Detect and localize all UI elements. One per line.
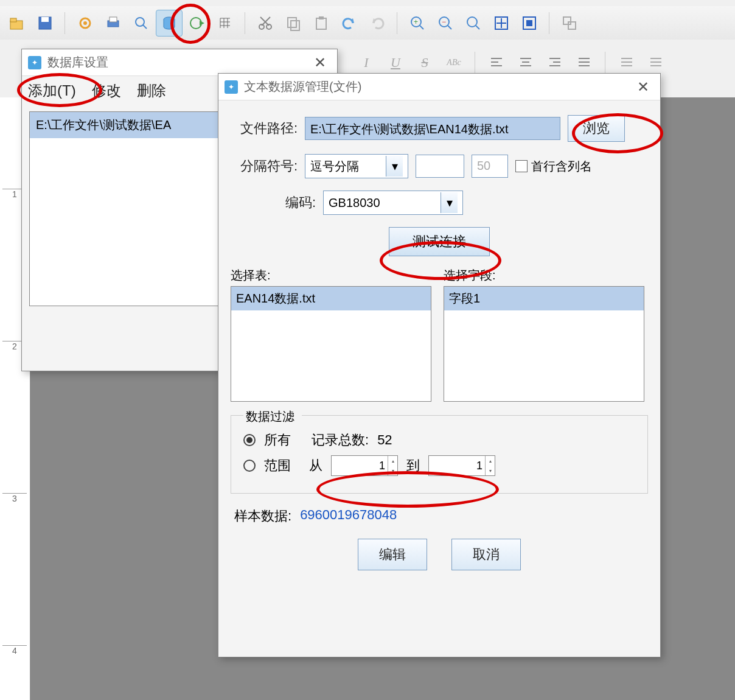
print-icon[interactable] — [100, 10, 127, 37]
main-toolbar: + − — [0, 6, 735, 40]
group-icon[interactable] — [556, 10, 583, 37]
range-to-input[interactable]: 1 ▴▾ — [428, 455, 495, 476]
svg-rect-7 — [110, 17, 117, 22]
delete-menu-item[interactable]: 删除 — [137, 81, 166, 100]
sample-label: 样本数据: — [234, 507, 291, 525]
sep-extra-input[interactable] — [416, 155, 464, 178]
svg-point-5 — [83, 21, 87, 25]
indent-in-icon[interactable] — [643, 49, 669, 76]
close-icon[interactable]: ✕ — [632, 76, 654, 98]
add-menu-item[interactable]: 添加(T) — [28, 81, 76, 100]
gear-icon[interactable] — [72, 10, 99, 37]
svg-point-29 — [467, 17, 477, 27]
superscript-icon[interactable]: ABc — [441, 49, 467, 76]
align-justify-icon[interactable] — [571, 49, 597, 76]
indent-out-icon[interactable] — [613, 49, 640, 76]
format-toolbar: I U S ABc — [353, 49, 735, 76]
test-connection-button[interactable]: 测试连接 — [389, 227, 490, 256]
fit-width-icon[interactable] — [488, 10, 515, 37]
zoom-fit-icon[interactable] — [460, 10, 487, 37]
sample-value: 6960019678048 — [300, 507, 397, 525]
strike-icon[interactable]: S — [411, 49, 438, 76]
ds-dialog-title: 文本数据源管理(文件) — [244, 79, 361, 95]
open-icon[interactable] — [4, 10, 30, 37]
close-icon[interactable]: ✕ — [309, 52, 331, 74]
align-center-icon[interactable] — [512, 49, 539, 76]
cancel-button[interactable]: 取消 — [451, 539, 521, 570]
range-radio[interactable] — [243, 460, 256, 472]
svg-line-24 — [420, 26, 423, 29]
svg-line-9 — [143, 25, 147, 29]
db-dialog-title: 数据库设置 — [47, 54, 108, 71]
chevron-down-icon: ▾ — [386, 156, 403, 177]
svg-line-27 — [448, 26, 451, 29]
path-input[interactable]: E:\工作文件\测试数据\EAN14数据.txt — [305, 117, 560, 140]
zoom-in-icon[interactable]: + — [404, 10, 431, 37]
save-icon[interactable] — [32, 10, 58, 37]
encoding-label: 编码: — [249, 194, 316, 212]
sep-number-input[interactable]: 50 — [472, 155, 508, 178]
svg-rect-18 — [291, 21, 299, 30]
record-total-value: 52 — [377, 432, 392, 448]
svg-rect-37 — [568, 22, 576, 29]
range-from-input[interactable]: 1 ▴▾ — [331, 455, 398, 476]
svg-text:−: − — [442, 18, 446, 26]
modify-menu-item[interactable]: 修改 — [92, 81, 121, 100]
grid-icon[interactable] — [212, 10, 239, 37]
svg-line-30 — [476, 26, 479, 29]
svg-point-8 — [136, 18, 144, 26]
all-radio[interactable] — [243, 434, 256, 446]
first-row-checkbox[interactable]: 首行含列名 — [515, 158, 592, 175]
fit-page-icon[interactable] — [516, 10, 543, 37]
paste-icon[interactable] — [308, 10, 335, 37]
app-icon: ✦ — [28, 56, 41, 69]
separator-label: 分隔符号: — [231, 157, 298, 175]
chevron-down-icon: ▾ — [441, 192, 458, 213]
database-icon[interactable] — [156, 10, 183, 37]
edit-button[interactable]: 编辑 — [358, 539, 427, 570]
globe-play-icon[interactable] — [184, 10, 211, 37]
copy-icon[interactable] — [280, 10, 307, 37]
field-listbox[interactable]: 字段1 — [444, 286, 644, 402]
svg-rect-1 — [10, 18, 16, 22]
redo-icon[interactable] — [364, 10, 391, 37]
svg-rect-17 — [288, 18, 296, 27]
select-field-label: 选择字段: — [444, 267, 644, 284]
filter-label: 数据过滤 — [243, 408, 302, 425]
cut-icon[interactable] — [252, 10, 279, 37]
path-label: 文件路径: — [231, 119, 298, 138]
search-icon[interactable] — [128, 10, 155, 37]
svg-marker-12 — [200, 21, 204, 26]
app-icon: ✦ — [225, 80, 238, 94]
svg-rect-35 — [526, 20, 532, 26]
separator-combo[interactable]: 逗号分隔 ▾ — [305, 154, 408, 178]
list-item[interactable]: EAN14数据.txt — [231, 287, 431, 310]
underline-icon[interactable]: U — [382, 49, 409, 76]
undo-icon[interactable] — [336, 10, 363, 37]
svg-text:+: + — [414, 18, 418, 26]
text-datasource-dialog: ✦ 文本数据源管理(文件) ✕ 文件路径: E:\工作文件\测试数据\EAN14… — [218, 73, 661, 657]
browse-button[interactable]: 浏览 — [568, 115, 625, 142]
table-listbox[interactable]: EAN14数据.txt — [231, 286, 431, 402]
data-filter-group: 数据过滤 所有 记录总数: 52 范围 从 1 ▴▾ 到 1 ▴▾ — [231, 415, 648, 494]
select-table-label: 选择表: — [231, 267, 431, 284]
record-total-label: 记录总数: — [312, 431, 369, 449]
svg-rect-3 — [41, 17, 49, 22]
svg-rect-20 — [319, 16, 324, 19]
svg-rect-19 — [316, 18, 326, 29]
zoom-out-icon[interactable]: − — [432, 10, 459, 37]
align-right-icon[interactable] — [542, 49, 568, 76]
encoding-combo[interactable]: GB18030 ▾ — [323, 191, 463, 215]
svg-rect-36 — [563, 17, 571, 24]
align-left-icon[interactable] — [483, 49, 510, 76]
list-item[interactable]: 字段1 — [444, 287, 644, 310]
italic-icon[interactable]: I — [353, 49, 380, 76]
